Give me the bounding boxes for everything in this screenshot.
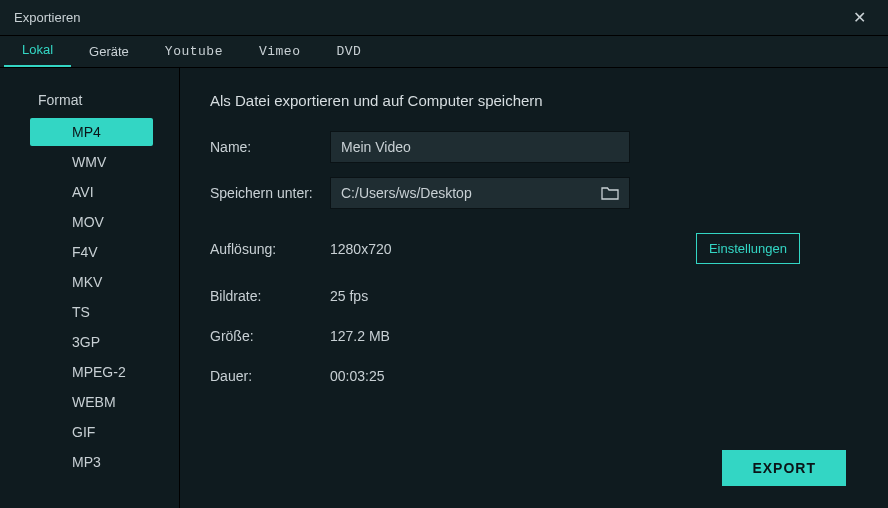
sidebar-title: Format (0, 92, 179, 118)
format-item-avi[interactable]: AVI (30, 178, 153, 206)
tab-geraete[interactable]: Geräte (71, 38, 147, 67)
name-row: Name: (210, 131, 858, 163)
resolution-row: Auflösung: 1280x720 Einstellungen (210, 233, 858, 264)
titlebar: Exportieren ✕ (0, 0, 888, 36)
size-value: 127.2 MB (330, 328, 390, 344)
main-heading: Als Datei exportieren und auf Computer s… (210, 92, 858, 109)
tabs-bar: Lokal Geräte Youtube Vimeo DVD (0, 36, 888, 68)
framerate-row: Bildrate: 25 fps (210, 288, 858, 304)
save-path-row: Speichern unter: C:/Users/ws/Desktop (210, 177, 858, 209)
framerate-label: Bildrate: (210, 288, 330, 304)
settings-button[interactable]: Einstellungen (696, 233, 800, 264)
format-list: MP4 WMV AVI MOV F4V MKV TS 3GP MPEG-2 WE… (0, 118, 179, 476)
save-path-box[interactable]: C:/Users/ws/Desktop (330, 177, 630, 209)
main-panel: Als Datei exportieren und auf Computer s… (180, 68, 888, 508)
tab-lokal[interactable]: Lokal (4, 36, 71, 67)
duration-label: Dauer: (210, 368, 330, 384)
resolution-label: Auflösung: (210, 241, 330, 257)
duration-row: Dauer: 00:03:25 (210, 368, 858, 384)
tab-dvd[interactable]: DVD (318, 38, 379, 67)
format-item-mp3[interactable]: MP3 (30, 448, 153, 476)
resolution-value: 1280x720 (330, 241, 392, 257)
format-item-ts[interactable]: TS (30, 298, 153, 326)
save-path-value: C:/Users/ws/Desktop (341, 185, 472, 201)
format-item-3gp[interactable]: 3GP (30, 328, 153, 356)
window-title: Exportieren (14, 10, 80, 25)
format-item-mkv[interactable]: MKV (30, 268, 153, 296)
name-label: Name: (210, 139, 330, 155)
folder-icon (601, 186, 619, 200)
format-item-wmv[interactable]: WMV (30, 148, 153, 176)
format-item-webm[interactable]: WEBM (30, 388, 153, 416)
close-button[interactable]: ✕ (845, 4, 874, 31)
export-button[interactable]: EXPORT (722, 450, 846, 486)
format-item-mpeg2[interactable]: MPEG-2 (30, 358, 153, 386)
sidebar: Format MP4 WMV AVI MOV F4V MKV TS 3GP MP… (0, 68, 180, 508)
format-item-mp4[interactable]: MP4 (30, 118, 153, 146)
name-input[interactable] (330, 131, 630, 163)
framerate-value: 25 fps (330, 288, 368, 304)
tab-vimeo[interactable]: Vimeo (241, 38, 319, 67)
save-path-label: Speichern unter: (210, 185, 330, 201)
content-area: Format MP4 WMV AVI MOV F4V MKV TS 3GP MP… (0, 68, 888, 508)
format-item-f4v[interactable]: F4V (30, 238, 153, 266)
duration-value: 00:03:25 (330, 368, 385, 384)
format-item-mov[interactable]: MOV (30, 208, 153, 236)
size-row: Größe: 127.2 MB (210, 328, 858, 344)
format-item-gif[interactable]: GIF (30, 418, 153, 446)
tab-youtube[interactable]: Youtube (147, 38, 241, 67)
size-label: Größe: (210, 328, 330, 344)
